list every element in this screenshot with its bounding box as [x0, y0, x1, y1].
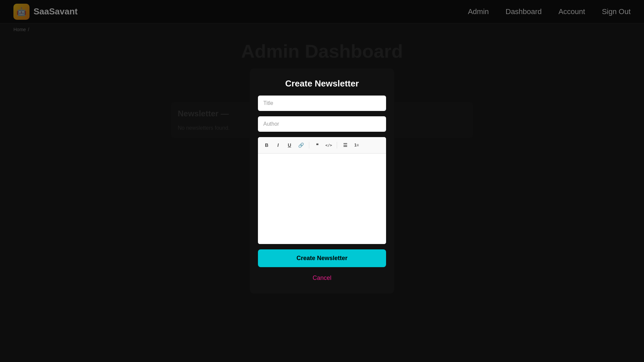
editor-toolbar: B I U 🔗 ❝ </>: [258, 137, 386, 154]
format-group: B I U 🔗: [261, 140, 306, 150]
ordered-list-button[interactable]: 1≡: [351, 140, 362, 150]
author-input[interactable]: [258, 116, 386, 132]
modal-title: Create Newsletter: [258, 78, 386, 89]
code-button[interactable]: </>: [323, 140, 334, 150]
toolbar-separator-2: [337, 142, 337, 148]
bold-icon: B: [265, 142, 268, 148]
italic-icon: I: [277, 142, 279, 148]
title-input[interactable]: [258, 96, 386, 111]
editor-content-area[interactable]: [258, 154, 386, 244]
blockquote-button[interactable]: ❝: [312, 140, 323, 150]
ordered-list-icon: 1≡: [354, 143, 359, 147]
code-icon: </>: [325, 143, 332, 147]
unordered-list-icon: ☰: [343, 142, 347, 148]
create-newsletter-button[interactable]: Create Newsletter: [258, 249, 386, 267]
block-group: ❝ </>: [312, 140, 334, 150]
italic-button[interactable]: I: [273, 140, 283, 150]
link-button[interactable]: 🔗: [296, 140, 306, 150]
link-icon: 🔗: [298, 142, 304, 148]
list-group: ☰ 1≡: [340, 140, 362, 150]
create-newsletter-modal: Create Newsletter B I U 🔗: [250, 68, 394, 294]
cancel-button[interactable]: Cancel: [258, 273, 386, 284]
rich-text-editor: B I U 🔗 ❝ </>: [258, 137, 386, 244]
toolbar-separator-1: [309, 142, 309, 148]
underline-button[interactable]: U: [284, 140, 295, 150]
unordered-list-button[interactable]: ☰: [340, 140, 351, 150]
underline-icon: U: [288, 142, 291, 148]
blockquote-icon: ❝: [316, 142, 319, 148]
bold-button[interactable]: B: [261, 140, 272, 150]
